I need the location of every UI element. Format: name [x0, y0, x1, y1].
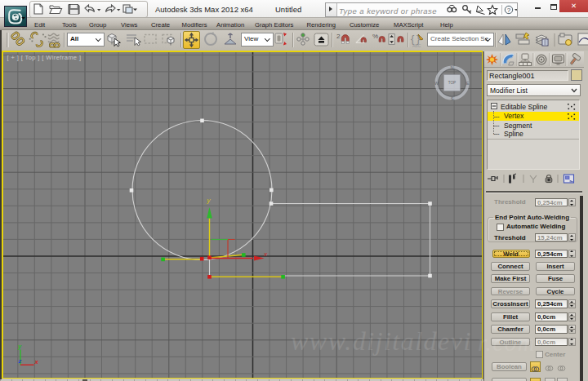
svg-text:N: N: [450, 65, 453, 70]
svg-text:E: E: [466, 80, 469, 85]
svg-text:ABC: ABC: [412, 43, 421, 48]
svg-text:y: y: [206, 197, 211, 204]
svg-text:W: W: [434, 80, 439, 85]
svg-text:y: y: [17, 342, 22, 349]
svg-text:%: %: [372, 33, 378, 40]
svg-text:S: S: [450, 96, 453, 101]
svg-text:x: x: [33, 357, 38, 365]
svg-text:TOP: TOP: [448, 81, 455, 85]
svg-text:www.dijitaldevi: www.dijitaldevi: [291, 326, 472, 356]
svg-text:z: z: [17, 357, 21, 365]
svg-text:2: 2: [336, 33, 341, 40]
svg-text:?: ?: [507, 6, 511, 13]
